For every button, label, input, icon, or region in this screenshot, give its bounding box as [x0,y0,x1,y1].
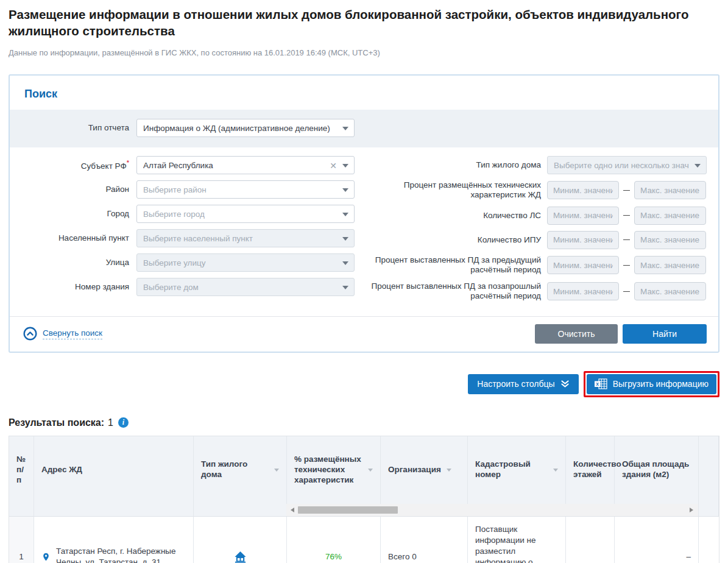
chevron-down-icon [342,213,348,216]
report-type-band: Тип отчета Информация о ЖД (администрати… [10,110,718,147]
configure-columns-button[interactable]: Настроить столбцы [468,374,578,394]
range-dash [623,291,630,292]
table-header: № п/п Адрес ЖД Тип жилого дома % размещё… [9,436,719,517]
search-panel-footer: Свернуть поиск Очистить Найти [10,316,718,352]
table-row: 1 Татарстан Респ, г. Набережные Челны, у… [9,517,719,563]
subject-label: Субъект РФ [81,161,127,171]
search-panel-title: Поиск [24,88,57,100]
sort-arrow-icon[interactable] [553,469,558,472]
house-type-label: Тип жилого дома [367,160,541,170]
ipu-count-min-input[interactable] [547,231,619,249]
district-label: Район [10,185,129,194]
building-select[interactable]: Выберите дом [136,278,355,296]
pd-previous-max-input[interactable] [634,256,706,274]
results-table: № п/п Адрес ЖД Тип жилого дома % размещё… [9,436,719,563]
range-dash [623,190,630,191]
chevron-down-icon [694,164,701,168]
ipu-count-label: Количество ИПУ [367,235,541,245]
page-title: Размещение информации в отношении жилых … [9,6,719,39]
cell-filler [699,517,719,563]
chevron-down-icon [342,164,348,168]
ls-count-max-input[interactable] [634,207,706,225]
map-pin-icon [41,551,51,563]
scrollbar-thumb[interactable] [298,506,398,514]
chevron-down-icon [342,127,348,130]
chevron-down-icon [342,261,348,265]
range-dash [623,265,630,266]
excel-icon: x [595,378,607,389]
find-button[interactable]: Найти [623,324,707,344]
page-subtitle: Данные по информации, размещённой в ГИС … [9,48,719,57]
pd-previous-label: Процент выставленных ПД за предыдущий ра… [367,255,541,275]
results-count: 1 [108,417,113,428]
sort-arrow-icon[interactable] [447,469,451,472]
field-row-settlement: Населенный пункт Выберите населенный пун… [10,229,367,247]
cell-tech-percent: 76% [287,517,381,563]
address-filters-column: Субъект РФ* Алтай Республика ✕ Район Выб… [10,156,367,308]
street-label: Улица [10,258,129,267]
chevron-down-icon [342,286,348,289]
cell-floors [566,517,615,563]
field-row-ls-count: Количество ЛС [367,207,718,225]
page: Размещение информации в отношении жилых … [0,6,728,563]
column-header-house-type: Тип жилого дома [194,436,287,516]
settlement-select[interactable]: Выберите населенный пункт [136,229,355,247]
district-select[interactable]: Выберите район [136,180,355,199]
horizontal-scrollbar[interactable] [286,504,698,516]
street-select[interactable]: Выберите улицу [136,253,355,272]
tech-percent-min-input[interactable] [547,181,619,199]
ls-count-label: Количество ЛС [367,211,541,221]
collapse-search-link[interactable]: Свернуть поиск [23,327,102,341]
search-panel: Поиск Тип отчета Информация о ЖД (админи… [9,74,719,353]
column-header-num: № п/п [9,436,34,516]
sort-arrow-icon[interactable] [368,469,373,472]
field-row-city: Город Выберите город [10,205,367,223]
column-header-address: Адрес ЖД [34,436,194,516]
pd-before-previous-max-input[interactable] [634,282,706,300]
building-label: Номер здания [10,282,129,292]
cell-cadastral: Поставщик информации не разместил информ… [468,517,566,563]
ls-count-min-input[interactable] [547,207,619,225]
range-dash [623,215,630,216]
sort-arrow-icon[interactable] [274,469,279,472]
pd-before-previous-min-input[interactable] [547,282,619,300]
cell-house-type [194,517,287,563]
range-dash [623,239,630,240]
table-actions-row: Настроить столбцы x Выгрузить информацию [9,371,719,397]
export-button[interactable]: x Выгрузить информацию [587,374,716,394]
results-line: Результаты поиска: 1 i [9,417,719,428]
search-form: Субъект РФ* Алтай Республика ✕ Район Выб… [10,147,718,311]
field-row-street: Улица Выберите улицу [10,253,367,272]
ipu-count-max-input[interactable] [634,231,706,249]
field-row-tech-percent: Процент размещённых технических характер… [367,180,718,200]
scrollbar-left-arrow-icon[interactable] [291,508,294,512]
settlement-label: Населенный пункт [10,233,129,243]
clear-button[interactable]: Очистить [535,324,618,344]
chevron-down-icon [342,237,348,241]
pd-before-previous-label: Процент выставленных ПД за позапрошлый р… [367,282,541,302]
report-type-select[interactable]: Информация о ЖД (административное делени… [136,119,355,137]
field-row-district: Район Выберите район [10,180,367,199]
subject-select[interactable]: Алтай Республика ✕ [136,156,355,174]
city-select[interactable]: Выберите город [136,205,355,223]
report-type-label: Тип отчета [10,123,129,133]
house-type-select[interactable]: Выберите одно или несколько значен... [547,156,707,174]
clear-icon[interactable]: ✕ [330,160,337,171]
tech-percent-max-input[interactable] [634,181,706,199]
pd-previous-min-input[interactable] [547,256,619,274]
highlight-annotation-box: x Выгрузить информацию [584,371,719,397]
tech-percent-label: Процент размещённых технических характер… [367,180,541,200]
field-row-pd-before-previous: Процент выставленных ПД за позапрошлый р… [367,282,718,302]
field-row-ipu-count: Количество ИПУ [367,231,718,249]
field-row-pd-previous: Процент выставленных ПД за предыдущий ра… [367,255,718,275]
cell-num: 1 [9,517,34,563]
cell-organization: Всего 0 [381,517,468,563]
scrollbar-right-arrow-icon[interactable] [690,508,693,512]
results-label: Результаты поиска: [9,417,104,428]
city-label: Город [10,209,129,219]
column-header-filler [699,436,719,516]
house-icon [233,551,247,563]
criteria-filters-column: Тип жилого дома Выберите одно или нескол… [367,156,718,308]
collapse-circle-chevron-up-icon [23,327,37,341]
info-icon[interactable]: i [118,417,129,428]
